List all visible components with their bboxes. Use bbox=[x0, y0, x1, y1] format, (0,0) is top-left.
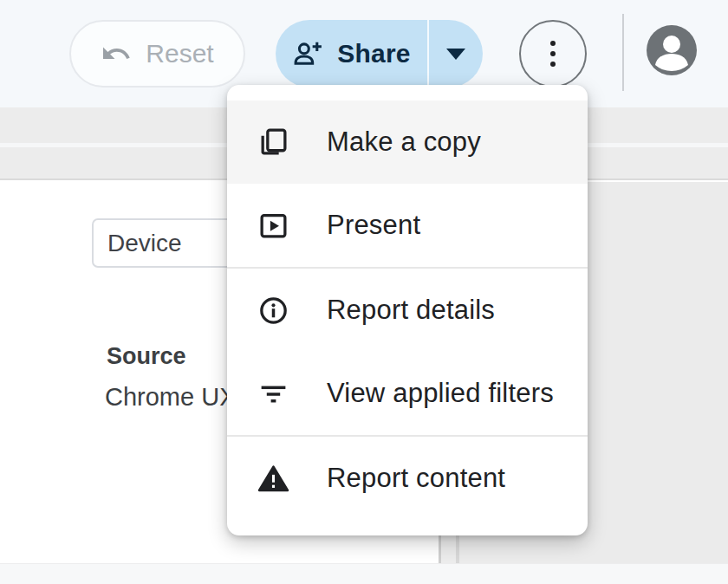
filter-icon bbox=[257, 378, 289, 410]
menu-item-report-content[interactable]: Report content bbox=[227, 437, 588, 520]
menu-item-view-applied-filters[interactable]: View applied filters bbox=[227, 352, 588, 435]
toolbar-divider bbox=[622, 14, 624, 91]
device-filter-label: Device bbox=[107, 230, 182, 257]
dropdown-caret-icon bbox=[446, 49, 465, 60]
copy-icon bbox=[257, 127, 289, 159]
menu-item-label: Report content bbox=[327, 463, 505, 494]
menu-item-label: Report details bbox=[327, 295, 495, 326]
menu-item-label: Present bbox=[327, 210, 420, 241]
menu-item-label: View applied filters bbox=[327, 378, 554, 409]
kebab-dot bbox=[550, 51, 556, 56]
more-options-button[interactable] bbox=[519, 20, 587, 88]
reset-button[interactable]: Reset bbox=[69, 20, 245, 88]
warning-icon bbox=[257, 463, 289, 495]
account-avatar[interactable] bbox=[647, 25, 697, 75]
menu-item-present[interactable]: Present bbox=[227, 184, 588, 267]
menu-item-label: Make a copy bbox=[327, 127, 481, 158]
share-button-label: Share bbox=[337, 39, 410, 68]
menu-item-report-details[interactable]: Report details bbox=[227, 269, 588, 352]
share-dropdown-button[interactable] bbox=[429, 20, 483, 88]
kebab-dot bbox=[550, 41, 556, 46]
footer-strip bbox=[0, 563, 728, 584]
more-options-menu: Make a copy Present Report details bbox=[227, 85, 588, 535]
present-icon bbox=[257, 210, 289, 242]
menu-item-make-a-copy[interactable]: Make a copy bbox=[227, 101, 588, 184]
screen: Reset Share bbox=[0, 0, 728, 584]
kebab-dot bbox=[550, 62, 556, 67]
source-label: Source bbox=[107, 343, 186, 370]
info-icon bbox=[257, 295, 289, 327]
share-split-button: Share bbox=[276, 20, 483, 88]
share-button[interactable]: Share bbox=[276, 20, 427, 88]
undo-icon bbox=[101, 38, 132, 69]
reset-button-label: Reset bbox=[146, 39, 213, 68]
person-add-icon bbox=[292, 38, 324, 70]
